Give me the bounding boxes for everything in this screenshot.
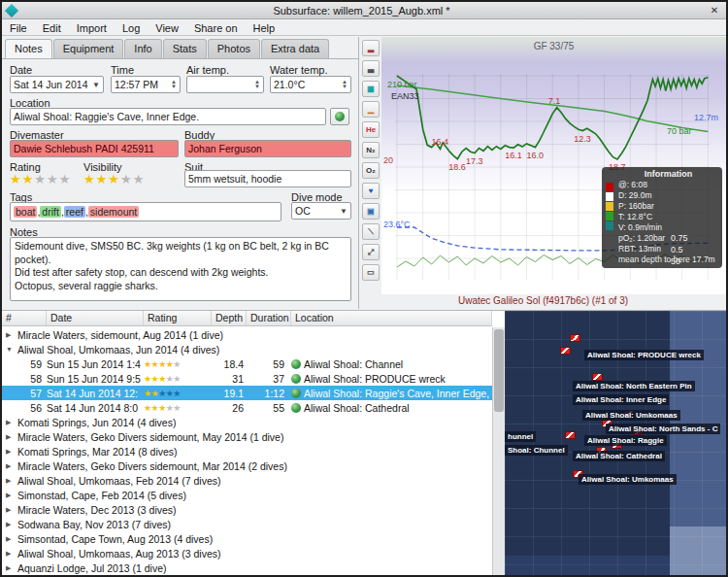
expand-icon[interactable]: ▶: [6, 433, 16, 441]
star-icon[interactable]: ★: [34, 172, 47, 187]
calculated-ceiling-icon[interactable]: ▂: [362, 40, 380, 56]
star-icon[interactable]: ★: [108, 172, 120, 187]
star-icon[interactable]: ★: [120, 172, 133, 187]
expand-icon[interactable]: ▶: [6, 564, 16, 572]
dive-list-scrollbar[interactable]: [492, 327, 505, 575]
column-header-location[interactable]: Location: [291, 311, 492, 325]
expand-icon[interactable]: ▶: [6, 448, 16, 456]
expand-icon[interactable]: ▶: [6, 550, 16, 558]
dive-mode-combo[interactable]: OC ▼: [291, 202, 351, 220]
suit-input[interactable]: 5mm wetsuit, hoodie: [184, 170, 351, 187]
column-header-date[interactable]: Date: [47, 311, 144, 325]
tag-chip[interactable]: drift: [40, 206, 61, 218]
expand-icon[interactable]: ▶: [6, 535, 16, 543]
trip-row[interactable]: ▶Sodwana Bay, Nov 2013 (7 dives): [2, 517, 492, 531]
spin-arrows-icon[interactable]: ▲▼: [171, 80, 177, 89]
trip-row[interactable]: ▶Simonstad, Cape, Feb 2014 (5 dives): [2, 488, 492, 502]
column-header-depth[interactable]: Depth: [212, 311, 247, 325]
trip-row[interactable]: ▶Komati Springs, Jun 2014 (4 dives): [2, 415, 492, 429]
water-temp-field[interactable]: 21.0°C ▲▼: [270, 76, 351, 93]
expand-icon[interactable]: ▶: [6, 521, 16, 528]
star-icon[interactable]: ★: [96, 172, 109, 187]
menu-log[interactable]: Log: [115, 22, 148, 34]
location-input[interactable]: Aliwal Shoal: Raggie's Cave, Inner Edge.: [10, 108, 326, 125]
ruler-icon[interactable]: ⟍: [362, 223, 380, 240]
tank-bar-icon[interactable]: ▭: [362, 264, 380, 281]
expand-icon[interactable]: ▶: [6, 462, 16, 470]
photos-icon[interactable]: ▣: [362, 203, 380, 220]
star-icon[interactable]: ★: [59, 172, 72, 187]
column-header-num[interactable]: #: [2, 311, 47, 325]
trip-row[interactable]: ▶Miracle Waters, sidemount, Aug 2014 (1 …: [2, 327, 492, 342]
trip-row[interactable]: ▶Miracle Waters, Geko Divers sidemount, …: [2, 458, 492, 473]
tab-extra-data[interactable]: Extra data: [261, 39, 329, 59]
buddy-input[interactable]: Johan Ferguson: [184, 140, 351, 157]
visibility-stars[interactable]: ★★★★★: [83, 172, 145, 187]
trip-row[interactable]: ▶Komati Springs, Mar 2014 (8 dives): [2, 444, 492, 458]
edit-location-button[interactable]: [330, 108, 349, 125]
menu-file[interactable]: File: [2, 22, 35, 34]
tag-chip[interactable]: sidemount: [88, 206, 139, 218]
tag-chip[interactable]: reef: [64, 206, 85, 218]
tab-stats[interactable]: Stats: [163, 39, 207, 59]
close-icon[interactable]: ✕: [707, 4, 722, 17]
expand-icon[interactable]: ▶: [6, 419, 16, 426]
spin-arrows-icon[interactable]: ▲▼: [254, 80, 260, 89]
expand-icon[interactable]: ▶: [6, 492, 16, 499]
menu-import[interactable]: Import: [69, 22, 115, 34]
heart-rate-icon[interactable]: ♥: [362, 183, 380, 199]
all-tissues-icon[interactable]: ▦: [362, 81, 380, 97]
menu-view[interactable]: View: [148, 22, 186, 34]
tab-photos[interactable]: Photos: [208, 39, 260, 59]
menu-share-on[interactable]: Share on: [186, 22, 246, 34]
trip-row[interactable]: ▶Miracle Waters, Geko Divers sidemount, …: [2, 429, 492, 444]
star-icon[interactable]: ★: [22, 172, 35, 187]
expand-icon[interactable]: ▶: [6, 331, 16, 339]
divemaster-input[interactable]: Dawie Schlebush PADI 425911: [10, 140, 179, 157]
tab-notes[interactable]: Notes: [5, 39, 52, 59]
trip-row[interactable]: ▶Aliwal Shoal, Umkomaas, Feb 2014 (7 div…: [2, 473, 492, 488]
tab-equipment[interactable]: Equipment: [53, 39, 124, 59]
dive-flag-icon[interactable]: [560, 347, 571, 355]
trip-row[interactable]: ▶Aquanzi Lodge, Jul 2013 (1 dive): [2, 560, 492, 575]
expand-icon[interactable]: ▶: [6, 506, 16, 514]
star-icon[interactable]: ★: [10, 172, 22, 187]
pN2-icon[interactable]: N₂: [362, 142, 380, 158]
menu-edit[interactable]: Edit: [35, 22, 69, 34]
dive-flag-icon[interactable]: [565, 431, 576, 439]
dc-ceiling-icon[interactable]: ▁: [362, 101, 380, 118]
trip-row[interactable]: ▶Aliwal Shoal, Umkomaas, Aug 2013 (3 div…: [2, 546, 492, 560]
rating-stars[interactable]: ★★★★★: [10, 172, 71, 187]
collapse-icon[interactable]: ▼: [6, 346, 16, 353]
star-icon[interactable]: ★: [133, 172, 146, 187]
time-spinner[interactable]: 12:57 PM ▲▼: [111, 76, 181, 93]
pO2-icon[interactable]: O₂: [362, 162, 380, 179]
ceiling-3m-increments-icon[interactable]: ▃: [362, 60, 380, 77]
title-bar[interactable]: Subsurface: willem_2015_Augb.xml * ✕: [2, 2, 726, 19]
column-header-rating[interactable]: Rating: [144, 311, 212, 325]
air-temp-field[interactable]: ▲▼: [186, 76, 264, 93]
spin-arrows-icon[interactable]: ▲▼: [342, 80, 347, 89]
dive-profile-chart[interactable]: GF 33/75 16.418.617.316.116.07.112.318.7…: [381, 37, 726, 294]
dive-flag-icon[interactable]: [592, 373, 603, 381]
expand-icon[interactable]: ▶: [6, 477, 16, 485]
dive-row[interactable]: 56Sat 14 Jun 2014 8:0★★★★★2655Aliwal Sho…: [2, 400, 492, 415]
star-icon[interactable]: ★: [47, 172, 59, 187]
menu-help[interactable]: Help: [246, 22, 283, 34]
date-combo[interactable]: Sat 14 Jun 2014 ▼: [10, 76, 104, 93]
tag-chip[interactable]: boat: [14, 206, 37, 218]
map-panel[interactable]: Aliwal Shoal: PRODUCE wreckAliwal Shoal:…: [505, 310, 726, 575]
dive-flag-icon[interactable]: [570, 334, 580, 342]
scrollbar-thumb[interactable]: [494, 329, 504, 412]
dive-row[interactable]: 57Sat 14 Jun 2014 12:★★★★★19.11:12Aliwal…: [2, 386, 492, 400]
tab-info[interactable]: Info: [124, 39, 161, 59]
notes-textarea[interactable]: Sidemount dive, SMS50 BC. 3kg weights (1…: [10, 237, 351, 301]
trip-row[interactable]: ▶Simsontad, Cape Town, Aug 2013 (4 dives…: [2, 531, 492, 546]
scale-icon[interactable]: ⤢: [362, 244, 380, 260]
column-header-duration[interactable]: Duration: [247, 311, 291, 325]
star-icon[interactable]: ★: [83, 172, 96, 187]
pHe-icon[interactable]: He: [362, 121, 380, 138]
trip-row[interactable]: ▼Aliwal Shoal, Umkomaas, Jun 2014 (4 div…: [2, 342, 492, 356]
dive-row[interactable]: 59Sun 15 Jun 2014 1:4★★★★★18.459Aliwal S…: [2, 356, 492, 371]
tags-box[interactable]: boat, drift, reef, sidemount: [10, 202, 281, 221]
